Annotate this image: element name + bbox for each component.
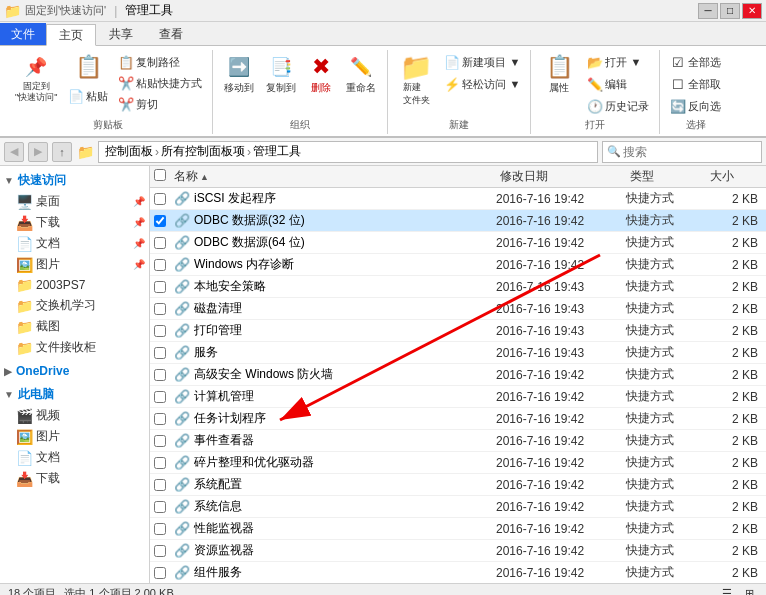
col-header-size[interactable]: 大小 [706,166,766,187]
sidebar-item-documents[interactable]: 📄 文档 📌 [0,233,149,254]
edit-button[interactable]: ✏️ 编辑 [583,74,653,94]
sidebar-item-pictures[interactable]: 🖼️ 图片 📌 [0,254,149,275]
col-header-date[interactable]: 修改日期 [496,166,626,187]
new-label: 新建 [449,116,469,132]
tab-share[interactable]: 共享 [96,23,146,45]
forward-button[interactable]: ▶ [28,142,48,162]
table-row[interactable]: 🔗 任务计划程序 2016-7-16 19:42 快捷方式 2 KB [150,408,766,430]
open-button[interactable]: 📂 打开 ▼ [583,52,653,72]
move-to-button[interactable]: ➡️ 移动到 [219,52,259,98]
pin-quickaccess-button[interactable]: 📌 固定到"快速访问" [10,52,62,106]
row-checkbox-8[interactable] [154,369,166,381]
sidebar-item-switch[interactable]: 📁 交换机学习 [0,295,149,316]
deselect-all-button[interactable]: ☐ 全部取 [666,74,725,94]
row-checkbox-14[interactable] [154,501,166,513]
title-bar-icon: 📁 [4,3,21,19]
search-input[interactable] [623,145,766,159]
history-button[interactable]: 🕐 历史记录 [583,96,653,116]
table-row[interactable]: 🔗 ODBC 数据源(64 位) 2016-7-16 19:42 快捷方式 2 … [150,232,766,254]
table-row[interactable]: 🔗 iSCSI 发起程序 2016-7-16 19:42 快捷方式 2 KB [150,188,766,210]
sidebar-item-downloads[interactable]: 📥 下载 📌 [0,212,149,233]
close-button[interactable]: ✕ [742,3,762,19]
easy-access-button[interactable]: ⚡ 轻松访问 ▼ [440,74,524,94]
table-row[interactable]: 🔗 磁盘清理 2016-7-16 19:43 快捷方式 2 KB [150,298,766,320]
row-checkbox-1[interactable] [154,215,166,227]
table-row[interactable]: 🔗 事件查看器 2016-7-16 19:42 快捷方式 2 KB [150,430,766,452]
properties-button[interactable]: 📋 属性 [537,52,581,98]
select-all-checkbox[interactable] [154,169,166,181]
maximize-button[interactable]: □ [720,3,740,19]
copy-button[interactable]: 📋 [64,52,112,84]
sidebar-header-thispc[interactable]: ▼ 此电脑 [0,384,149,405]
table-row[interactable]: 🔗 性能监视器 2016-7-16 19:42 快捷方式 2 KB [150,518,766,540]
up-button[interactable]: ↑ [52,142,72,162]
table-row[interactable]: 🔗 碎片整理和优化驱动器 2016-7-16 19:42 快捷方式 2 KB [150,452,766,474]
row-checkbox-7[interactable] [154,347,166,359]
table-row[interactable]: 🔗 系统信息 2016-7-16 19:42 快捷方式 2 KB [150,496,766,518]
file-type: 快捷方式 [626,498,706,515]
new-item-button[interactable]: 📄 新建项目 ▼ [440,52,524,72]
row-checkbox-11[interactable] [154,435,166,447]
sidebar-header-onedrive[interactable]: ▶ OneDrive [0,362,149,380]
copy-path-button[interactable]: 📋 复制路径 [114,52,206,72]
table-row[interactable]: 🔗 ODBC 数据源(32 位) 2016-7-16 19:42 快捷方式 2 … [150,210,766,232]
tab-view[interactable]: 查看 [146,23,196,45]
row-checkbox-2[interactable] [154,237,166,249]
select-all-button[interactable]: ☑ 全部选 [666,52,725,72]
row-checkbox-12[interactable] [154,457,166,469]
sidebar-item-videos[interactable]: 🎬 视频 [0,405,149,426]
details-view-button[interactable]: ☰ [718,585,736,596]
table-row[interactable]: 🔗 组件服务 2016-7-16 19:42 快捷方式 2 KB [150,562,766,583]
delete-button[interactable]: ✖ 删除 [303,52,339,98]
copy-to-button[interactable]: 📑 复制到 [261,52,301,98]
row-checkbox-15[interactable] [154,523,166,535]
row-checkbox-4[interactable] [154,281,166,293]
file-type: 快捷方式 [626,388,706,405]
thispc-arrow: ▼ [4,389,14,400]
address-path[interactable]: 控制面板 › 所有控制面板项 › 管理工具 [98,141,598,163]
row-checkbox-16[interactable] [154,545,166,557]
sidebar-item-fileinbox[interactable]: 📁 文件接收柜 [0,337,149,358]
large-icons-button[interactable]: ⊞ [740,585,758,596]
search-box[interactable]: 🔍 [602,141,762,163]
row-checkbox-5[interactable] [154,303,166,315]
tab-home[interactable]: 主页 [46,24,96,46]
sidebar-item-desktop[interactable]: 🖥️ 桌面 📌 [0,191,149,212]
row-checkbox-0[interactable] [154,193,166,205]
cut-button[interactable]: ✂️ 剪切 [114,94,206,114]
col-header-type[interactable]: 类型 [626,166,706,187]
tab-file[interactable]: 文件 [0,23,46,45]
sidebar-item-pictures2[interactable]: 🖼️ 图片 [0,426,149,447]
row-checkbox-17[interactable] [154,567,166,579]
sidebar-header-quickaccess[interactable]: ▼ 快速访问 [0,170,149,191]
sidebar-item-downloads2[interactable]: 📥 下载 [0,468,149,489]
row-checkbox-6[interactable] [154,325,166,337]
file-name: 事件查看器 [194,432,254,449]
table-row[interactable]: 🔗 打印管理 2016-7-16 19:43 快捷方式 2 KB [150,320,766,342]
paste-button[interactable]: 📄 粘贴 [64,86,112,106]
table-row[interactable]: 🔗 本地安全策略 2016-7-16 19:43 快捷方式 2 KB [150,276,766,298]
table-row[interactable]: 🔗 系统配置 2016-7-16 19:42 快捷方式 2 KB [150,474,766,496]
paste-shortcut-button[interactable]: ✂️ 粘贴快捷方式 [114,73,206,93]
file-icon: 🔗 [174,235,190,251]
rename-button[interactable]: ✏️ 重命名 [341,52,381,98]
address-bar: ◀ ▶ ↑ 📁 控制面板 › 所有控制面板项 › 管理工具 🔍 [0,138,766,166]
table-row[interactable]: 🔗 服务 2016-7-16 19:43 快捷方式 2 KB [150,342,766,364]
row-checkbox-13[interactable] [154,479,166,491]
table-row[interactable]: 🔗 计算机管理 2016-7-16 19:42 快捷方式 2 KB [150,386,766,408]
sidebar-item-documents2[interactable]: 📄 文档 [0,447,149,468]
col-header-name[interactable]: 名称 ▲ [170,166,496,187]
sidebar-item-2003ps7[interactable]: 📁 2003PS7 [0,275,149,295]
row-checkbox-3[interactable] [154,259,166,271]
row-checkbox-9[interactable] [154,391,166,403]
file-type: 快捷方式 [626,300,706,317]
invert-selection-button[interactable]: 🔄 反向选 [666,96,725,116]
sidebar-item-screenshot[interactable]: 📁 截图 [0,316,149,337]
table-row[interactable]: 🔗 高级安全 Windows 防火墙 2016-7-16 19:42 快捷方式 … [150,364,766,386]
new-folder-button[interactable]: 📁 新建文件夹 [394,52,438,110]
minimize-button[interactable]: ─ [698,3,718,19]
table-row[interactable]: 🔗 Windows 内存诊断 2016-7-16 19:42 快捷方式 2 KB [150,254,766,276]
back-button[interactable]: ◀ [4,142,24,162]
row-checkbox-10[interactable] [154,413,166,425]
table-row[interactable]: 🔗 资源监视器 2016-7-16 19:42 快捷方式 2 KB [150,540,766,562]
